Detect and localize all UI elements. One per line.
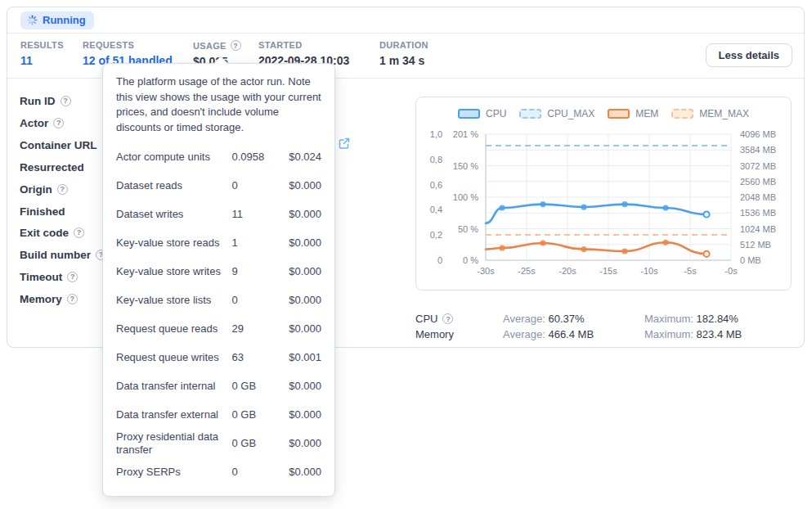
usage-row-quantity: 0 GB: [232, 437, 289, 449]
field-row-memory: Memory?: [20, 292, 78, 305]
series-cpu: [486, 205, 707, 223]
legend-label: MEM: [635, 108, 658, 119]
x-axis-label: -10s: [633, 266, 666, 276]
help-icon[interactable]: ?: [74, 227, 84, 238]
cpu-average-label: Average:: [503, 313, 545, 325]
stat-results-value[interactable]: 11: [20, 54, 64, 67]
data-point-cpu: [540, 201, 545, 207]
usage-row: Request queue writes63$0.001: [116, 343, 321, 372]
x-axis-label: -30s: [469, 266, 502, 276]
legend-swatch: [671, 109, 693, 119]
usage-row-label: Key-value store writes: [116, 265, 232, 278]
usage-row-price: $0.000: [289, 294, 321, 306]
legend-label: CPU: [486, 108, 506, 119]
usage-row-price: $0.000: [289, 322, 321, 335]
help-icon[interactable]: ?: [67, 272, 78, 282]
usage-row-price: $0.000: [289, 208, 321, 220]
usage-row-label: Dataset reads: [116, 179, 232, 192]
usage-row: Actor compute units0.0958$0.024: [116, 142, 321, 171]
resource-usage-chart-card: CPUCPU_MAXMEMMEM_MAX 1,00,80,60,40,20201…: [415, 97, 792, 291]
y-axis-mb-label: 2560 MB: [740, 177, 786, 187]
spinner-icon: [27, 15, 38, 25]
memory-maximum-label: Maximum:: [644, 328, 693, 340]
cpu-usage-stats: CPU ? Average: 60.37% Maximum: 182.84%: [415, 313, 792, 325]
stat-duration-value: 1 m 34 s: [379, 54, 428, 67]
legend-item-mem_max[interactable]: MEM_MAX: [671, 108, 749, 119]
field-label: Exit code: [20, 227, 69, 239]
usage-row-price: $0.000: [289, 179, 321, 191]
usage-row-label: Actor compute units: [116, 151, 232, 164]
status-row: Running: [7, 7, 804, 34]
y-axis-mb-label: 0 MB: [740, 255, 786, 265]
legend-item-cpu[interactable]: CPU: [458, 108, 506, 119]
field-row-origin: Origin?: [20, 182, 68, 196]
field-label: Actor: [20, 117, 48, 129]
cpu-maximum-label: Maximum:: [644, 313, 693, 325]
data-point-cpu: [662, 205, 668, 210]
usage-row-quantity: 63: [232, 351, 289, 363]
y-axis-percent-label: 50 %: [447, 224, 478, 234]
usage-row: Key-value store reads1$0.000: [116, 228, 321, 257]
y-axis-cu-label: 0: [423, 255, 442, 265]
x-axis-label: -15s: [592, 266, 625, 276]
tooltip-description: The platform usage of the actor run. Not…: [116, 74, 321, 135]
usage-row: Data transfer internal0 GB$0.000: [116, 372, 321, 400]
cpu-average-value: 60.37%: [548, 313, 584, 325]
usage-tooltip: The platform usage of the actor run. Not…: [102, 63, 335, 497]
help-icon[interactable]: ?: [67, 294, 78, 304]
usage-row-label: Data transfer external: [116, 408, 232, 421]
data-point-cpu: [703, 211, 709, 217]
data-point-mem: [621, 248, 627, 254]
usage-row-quantity: 0: [232, 179, 289, 191]
usage-row-quantity: 9: [232, 265, 289, 277]
usage-help-icon[interactable]: ?: [231, 40, 241, 51]
y-axis-percent-label: 201 %: [447, 129, 478, 139]
legend-label: CPU_MAX: [547, 108, 594, 119]
stat-duration: DURATION 1 m 34 s: [379, 40, 428, 67]
legend-swatch: [458, 109, 480, 119]
field-label: Memory: [20, 293, 62, 305]
memory-usage-stats: Memory Average: 466.4 MB Maximum: 823.4 …: [415, 328, 792, 340]
y-axis-cu-label: 0,8: [423, 155, 442, 164]
usage-row: Request queue reads29$0.000: [116, 314, 321, 343]
field-row-finished: Finished: [20, 205, 65, 218]
usage-row-label: Data transfer internal: [116, 380, 232, 393]
usage-row-label: Request queue reads: [116, 322, 232, 336]
memory-average-value: 466.4 MB: [548, 328, 594, 340]
external-link-icon[interactable]: [338, 137, 351, 150]
data-point-mem: [703, 251, 709, 257]
field-row-timeout: Timeout?: [20, 270, 78, 283]
data-point-cpu: [581, 204, 586, 209]
usage-row: Dataset writes11$0.000: [116, 200, 321, 228]
usage-row-price: $0.000: [289, 466, 321, 478]
y-axis-mb-label: 1024 MB: [740, 224, 786, 234]
status-badge: Running: [20, 11, 94, 29]
usage-row: Proxy residential data transfer0 GB$0.00…: [116, 429, 321, 457]
usage-row-label: Request queue writes: [116, 351, 232, 364]
less-details-button[interactable]: Less details: [706, 43, 792, 67]
y-axis-mb-label: 4096 MB: [740, 129, 786, 139]
cpu-help-icon[interactable]: ?: [442, 313, 453, 324]
y-axis-cu-label: 1,0: [423, 129, 442, 139]
help-icon[interactable]: ?: [57, 184, 68, 195]
usage-row-price: $0.001: [289, 351, 321, 363]
help-icon[interactable]: ?: [61, 96, 71, 106]
x-axis-label: -0s: [715, 266, 747, 276]
legend-item-mem[interactable]: MEM: [608, 108, 658, 119]
data-point-mem: [581, 246, 586, 252]
legend-swatch: [519, 109, 541, 119]
field-row-run-id: Run ID?: [20, 94, 71, 107]
legend-item-cpu_max[interactable]: CPU_MAX: [519, 108, 594, 119]
x-axis-label: -5s: [674, 266, 707, 276]
help-icon[interactable]: ?: [53, 118, 64, 128]
usage-row-quantity: 0: [232, 294, 289, 306]
x-axis-label: -25s: [510, 266, 543, 276]
field-label: Container URL: [20, 139, 97, 151]
usage-row-quantity: 29: [232, 322, 289, 335]
field-row-build-number: Build number?: [20, 248, 106, 261]
stat-started-label: STARTED: [258, 40, 349, 50]
y-axis-mb-label: 3584 MB: [740, 145, 786, 155]
legend-swatch: [608, 109, 630, 119]
data-point-cpu: [621, 201, 627, 207]
usage-row-label: Proxy residential data transfer: [116, 430, 232, 457]
